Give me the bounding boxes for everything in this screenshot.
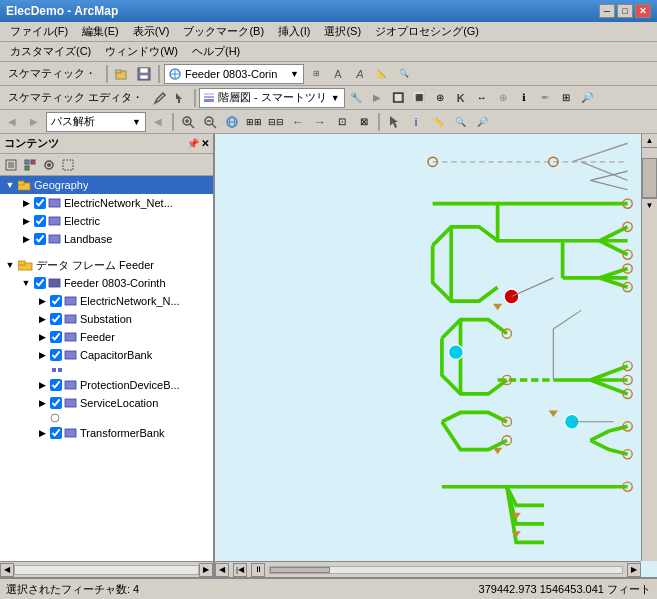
expander-substation[interactable]: ▶: [34, 311, 50, 327]
maximize-button[interactable]: □: [617, 4, 633, 18]
layer-tool5[interactable]: ⊛: [430, 88, 450, 108]
feeder-dropdown[interactable]: Feeder 0803-Corin ▼: [164, 64, 304, 84]
expander-electricnetwork2[interactable]: ▶: [34, 293, 50, 309]
layer-tool7[interactable]: ↔: [472, 88, 492, 108]
expander-feeder-sub[interactable]: ▶: [34, 329, 50, 345]
menu-file[interactable]: ファイル(F): [4, 22, 74, 41]
scroll-thumb-v[interactable]: [642, 158, 657, 198]
expander-dataframe[interactable]: ▼: [2, 257, 18, 273]
menu-customize[interactable]: カスタマイズ(C): [4, 42, 97, 61]
scroll-track-v[interactable]: [642, 158, 657, 198]
checkbox-servicelocation[interactable]: [50, 397, 62, 409]
list-by-drawing-order[interactable]: [2, 156, 20, 174]
expander-feeder0803[interactable]: ▼: [18, 275, 34, 291]
expander-electricnetwork[interactable]: ▶: [18, 195, 34, 211]
expander-capacitorbank[interactable]: ▶: [34, 347, 50, 363]
tree-item-electricnetwork[interactable]: ▶ ElectricNetwork_Net...: [0, 194, 213, 212]
checkbox-electricnetwork2[interactable]: [50, 295, 62, 307]
tree-item-geography[interactable]: ▼ Geography: [0, 176, 213, 194]
layer-tool10[interactable]: ✒: [535, 88, 555, 108]
tree-item-landbase[interactable]: ▶ Landbase: [0, 230, 213, 248]
zoom-in-icon[interactable]: [178, 112, 198, 132]
checkbox-electric[interactable]: [34, 215, 46, 227]
info-icon[interactable]: i: [406, 112, 426, 132]
map-area[interactable]: ▲ ▼ ◀ |◀ ⏸ ▶: [215, 134, 657, 577]
layer-tool11[interactable]: ⊞: [556, 88, 576, 108]
zoom-out-icon[interactable]: [200, 112, 220, 132]
path-btn1[interactable]: ◀: [148, 112, 168, 132]
tool-btn5[interactable]: 🔍: [394, 64, 414, 84]
globe-icon[interactable]: [222, 112, 242, 132]
tool-btn3[interactable]: A: [350, 64, 370, 84]
forward-icon[interactable]: →: [310, 112, 330, 132]
tree-item-feeder0803[interactable]: ▼ Feeder 0803-Corinth: [0, 274, 213, 292]
pin-icon[interactable]: 📌: [187, 138, 199, 149]
path-move-left[interactable]: ◀: [2, 112, 22, 132]
play-back-btn[interactable]: |◀: [233, 563, 247, 577]
scroll-left-btn[interactable]: ◀: [0, 563, 14, 577]
tree-item-electricnetwork2[interactable]: ▶ ElectricNetwork_N...: [0, 292, 213, 310]
list-by-selection[interactable]: [59, 156, 77, 174]
menu-edit[interactable]: 編集(E): [76, 22, 125, 41]
scroll-right-map-btn[interactable]: ▶: [627, 563, 641, 577]
tree-item-protectiondevice[interactable]: ▶ ProtectionDeviceB...: [0, 376, 213, 394]
list-by-source[interactable]: [21, 156, 39, 174]
find-icon[interactable]: 🔍: [450, 112, 470, 132]
back-icon[interactable]: ←: [288, 112, 308, 132]
map-scrollbar-right[interactable]: ▲ ▼: [641, 134, 657, 561]
expander-electric[interactable]: ▶: [18, 213, 34, 229]
measure-icon[interactable]: 📏: [428, 112, 448, 132]
save-icon[interactable]: [134, 64, 154, 84]
checkbox-electricnetwork[interactable]: [34, 197, 46, 209]
scroll-track-h-map[interactable]: [269, 566, 623, 574]
map-scrollbar-bottom[interactable]: ◀ |◀ ⏸ ▶: [215, 561, 641, 577]
expander-protectiondevice[interactable]: ▶: [34, 377, 50, 393]
identify-icon[interactable]: 🔎: [472, 112, 492, 132]
layer-tool1[interactable]: 🔧: [346, 88, 366, 108]
layer-tool6[interactable]: K: [451, 88, 471, 108]
layer-tool8[interactable]: ⊕: [493, 88, 513, 108]
menu-view[interactable]: 表示(V): [127, 22, 176, 41]
checkbox-feeder-sub[interactable]: [50, 331, 62, 343]
expander-servicelocation[interactable]: ▶: [34, 395, 50, 411]
minimize-button[interactable]: ─: [599, 4, 615, 18]
expander-geography[interactable]: ▼: [2, 177, 18, 193]
arrow-tool-icon[interactable]: [171, 88, 191, 108]
menu-bookmark[interactable]: ブックマーク(B): [177, 22, 270, 41]
menu-window[interactable]: ウィンドウ(W): [99, 42, 184, 61]
expander-transformerbank[interactable]: ▶: [34, 425, 50, 441]
tool-btn1[interactable]: ⊞: [306, 64, 326, 84]
tool-btn2[interactable]: A: [328, 64, 348, 84]
tree-item-servicelocation[interactable]: ▶ ServiceLocation: [0, 394, 213, 412]
checkbox-landbase[interactable]: [34, 233, 46, 245]
menu-help[interactable]: ヘルプ(H): [186, 42, 246, 61]
checkbox-feeder0803[interactable]: [34, 277, 46, 289]
path-analysis-dropdown[interactable]: パス解析 ▼: [46, 112, 146, 132]
tree-item-feeder-sub[interactable]: ▶ Feeder: [0, 328, 213, 346]
close-button[interactable]: ✕: [635, 4, 651, 18]
arrow-cursor-icon[interactable]: [384, 112, 404, 132]
select-tool2[interactable]: ⊠: [354, 112, 374, 132]
tree-item-transformerbank[interactable]: ▶ TransformerBank: [0, 424, 213, 442]
menu-geoprocessing[interactable]: ジオプロセシング(G): [369, 22, 485, 41]
checkbox-capacitorbank[interactable]: [50, 349, 62, 361]
tree-item-dataframe[interactable]: ▼ データ フレーム Feeder: [0, 256, 213, 274]
select-tool1[interactable]: ⊡: [332, 112, 352, 132]
scroll-left-map-btn[interactable]: ◀: [215, 563, 229, 577]
layer-tool9[interactable]: ℹ: [514, 88, 534, 108]
open-icon[interactable]: [112, 64, 132, 84]
menu-select[interactable]: 選択(S): [318, 22, 367, 41]
layer-dropdown[interactable]: 階層図 - スマートツリ ▼: [199, 88, 345, 108]
scroll-thumb-h[interactable]: [270, 567, 330, 573]
path-move-right[interactable]: ▶: [24, 112, 44, 132]
scroll-up-btn[interactable]: ▲: [642, 134, 657, 148]
scroll-down-btn[interactable]: ▼: [642, 198, 657, 212]
checkbox-transformerbank[interactable]: [50, 427, 62, 439]
extent-btn1[interactable]: ⊞⊞: [244, 112, 264, 132]
pause-btn[interactable]: ⏸: [251, 563, 265, 577]
tree-item-electric[interactable]: ▶ Electric: [0, 212, 213, 230]
checkbox-protectiondevice[interactable]: [50, 379, 62, 391]
panel-close-icon[interactable]: ✕: [201, 138, 209, 149]
menu-insert[interactable]: 挿入(I): [272, 22, 316, 41]
checkbox-substation[interactable]: [50, 313, 62, 325]
